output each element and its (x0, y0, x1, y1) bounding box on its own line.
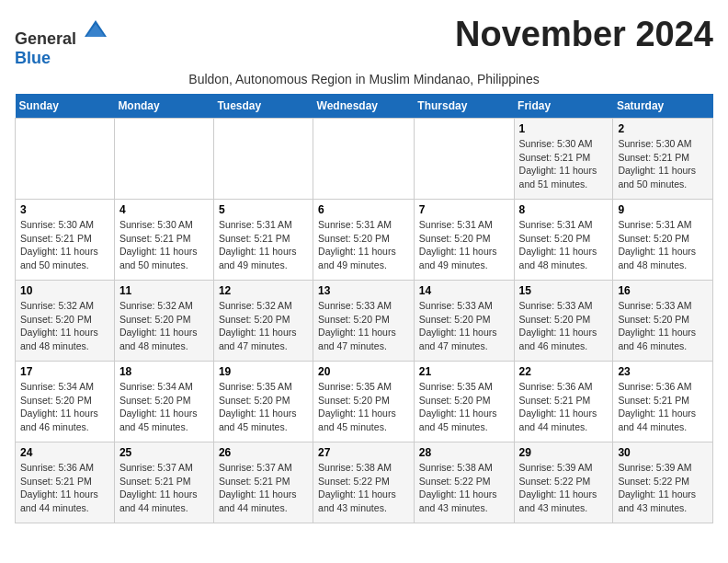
day-number: 14 (419, 284, 509, 297)
header-wednesday: Wednesday (313, 94, 415, 119)
day-cell: 16Sunrise: 5:33 AM Sunset: 5:20 PM Dayli… (613, 281, 713, 362)
week-row-4: 17Sunrise: 5:34 AM Sunset: 5:20 PM Dayli… (16, 362, 713, 442)
day-info: Sunrise: 5:31 AM Sunset: 5:20 PM Dayligh… (519, 218, 609, 272)
day-info: Sunrise: 5:36 AM Sunset: 5:21 PM Dayligh… (20, 461, 109, 515)
day-cell: 23Sunrise: 5:36 AM Sunset: 5:21 PM Dayli… (613, 362, 713, 442)
day-info: Sunrise: 5:31 AM Sunset: 5:21 PM Dayligh… (219, 218, 308, 272)
month-title: November 2024 (455, 15, 713, 54)
day-cell: 14Sunrise: 5:33 AM Sunset: 5:20 PM Dayli… (414, 281, 514, 362)
day-number: 3 (20, 203, 109, 216)
day-info: Sunrise: 5:30 AM Sunset: 5:21 PM Dayligh… (618, 137, 708, 191)
day-cell: 22Sunrise: 5:36 AM Sunset: 5:21 PM Dayli… (514, 362, 613, 442)
week-row-5: 24Sunrise: 5:36 AM Sunset: 5:21 PM Dayli… (16, 442, 713, 523)
day-number: 9 (618, 203, 708, 216)
day-cell: 1Sunrise: 5:30 AM Sunset: 5:21 PM Daylig… (514, 119, 613, 200)
day-cell: 3Sunrise: 5:30 AM Sunset: 5:21 PM Daylig… (16, 200, 115, 281)
week-row-3: 10Sunrise: 5:32 AM Sunset: 5:20 PM Dayli… (16, 281, 713, 362)
day-info: Sunrise: 5:34 AM Sunset: 5:20 PM Dayligh… (20, 380, 109, 434)
header-monday: Monday (114, 94, 213, 119)
day-info: Sunrise: 5:32 AM Sunset: 5:20 PM Dayligh… (219, 299, 308, 353)
logo-general: General (15, 29, 76, 48)
header-thursday: Thursday (414, 94, 514, 119)
day-cell: 18Sunrise: 5:34 AM Sunset: 5:20 PM Dayli… (114, 362, 213, 442)
day-number: 4 (119, 203, 209, 216)
day-info: Sunrise: 5:38 AM Sunset: 5:22 PM Dayligh… (419, 461, 509, 515)
day-info: Sunrise: 5:39 AM Sunset: 5:22 PM Dayligh… (519, 461, 609, 515)
day-number: 10 (20, 284, 109, 297)
header-saturday: Saturday (613, 94, 713, 119)
day-info: Sunrise: 5:30 AM Sunset: 5:21 PM Dayligh… (519, 137, 609, 191)
day-cell: 11Sunrise: 5:32 AM Sunset: 5:20 PM Dayli… (114, 281, 213, 362)
day-cell: 17Sunrise: 5:34 AM Sunset: 5:20 PM Dayli… (16, 362, 115, 442)
day-info: Sunrise: 5:31 AM Sunset: 5:20 PM Dayligh… (618, 218, 708, 272)
day-number: 28 (419, 446, 509, 459)
day-info: Sunrise: 5:33 AM Sunset: 5:20 PM Dayligh… (419, 299, 509, 353)
day-number: 7 (419, 203, 509, 216)
day-cell (16, 119, 115, 200)
day-cell: 30Sunrise: 5:39 AM Sunset: 5:22 PM Dayli… (613, 442, 713, 523)
day-number: 29 (519, 446, 609, 459)
day-cell: 4Sunrise: 5:30 AM Sunset: 5:21 PM Daylig… (114, 200, 213, 281)
day-cell: 9Sunrise: 5:31 AM Sunset: 5:20 PM Daylig… (613, 200, 713, 281)
week-row-1: 1Sunrise: 5:30 AM Sunset: 5:21 PM Daylig… (16, 119, 713, 200)
logo-text: General Blue (15, 18, 108, 68)
day-info: Sunrise: 5:39 AM Sunset: 5:22 PM Dayligh… (618, 461, 708, 515)
day-cell: 29Sunrise: 5:39 AM Sunset: 5:22 PM Dayli… (514, 442, 613, 523)
day-number: 12 (219, 284, 308, 297)
day-cell: 19Sunrise: 5:35 AM Sunset: 5:20 PM Dayli… (213, 362, 313, 442)
day-cell: 2Sunrise: 5:30 AM Sunset: 5:21 PM Daylig… (613, 119, 713, 200)
day-info: Sunrise: 5:32 AM Sunset: 5:20 PM Dayligh… (20, 299, 109, 353)
day-number: 22 (519, 365, 609, 378)
day-info: Sunrise: 5:37 AM Sunset: 5:21 PM Dayligh… (219, 461, 308, 515)
day-cell: 6Sunrise: 5:31 AM Sunset: 5:20 PM Daylig… (313, 200, 415, 281)
day-cell: 26Sunrise: 5:37 AM Sunset: 5:21 PM Dayli… (213, 442, 313, 523)
week-row-2: 3Sunrise: 5:30 AM Sunset: 5:21 PM Daylig… (16, 200, 713, 281)
day-number: 19 (219, 365, 308, 378)
day-cell: 28Sunrise: 5:38 AM Sunset: 5:22 PM Dayli… (414, 442, 514, 523)
day-number: 26 (219, 446, 308, 459)
header-friday: Friday (514, 94, 613, 119)
day-info: Sunrise: 5:32 AM Sunset: 5:20 PM Dayligh… (119, 299, 209, 353)
subtitle: Buldon, Autonomous Region in Muslim Mind… (15, 72, 713, 86)
day-number: 5 (219, 203, 308, 216)
day-info: Sunrise: 5:31 AM Sunset: 5:20 PM Dayligh… (419, 218, 509, 272)
day-number: 13 (318, 284, 409, 297)
day-info: Sunrise: 5:35 AM Sunset: 5:20 PM Dayligh… (419, 380, 509, 434)
day-info: Sunrise: 5:35 AM Sunset: 5:20 PM Dayligh… (318, 380, 409, 434)
day-cell: 5Sunrise: 5:31 AM Sunset: 5:21 PM Daylig… (213, 200, 313, 281)
day-number: 30 (618, 446, 708, 459)
day-number: 15 (519, 284, 609, 297)
day-cell: 24Sunrise: 5:36 AM Sunset: 5:21 PM Dayli… (16, 442, 115, 523)
day-cell: 8Sunrise: 5:31 AM Sunset: 5:20 PM Daylig… (514, 200, 613, 281)
calendar-table: SundayMondayTuesdayWednesdayThursdayFrid… (15, 94, 713, 523)
day-number: 6 (318, 203, 409, 216)
logo-blue: Blue (15, 49, 51, 67)
day-cell: 21Sunrise: 5:35 AM Sunset: 5:20 PM Dayli… (414, 362, 514, 442)
day-info: Sunrise: 5:36 AM Sunset: 5:21 PM Dayligh… (618, 380, 708, 434)
day-cell (313, 119, 415, 200)
day-info: Sunrise: 5:31 AM Sunset: 5:20 PM Dayligh… (318, 218, 409, 272)
logo: General Blue (15, 18, 108, 68)
day-info: Sunrise: 5:34 AM Sunset: 5:20 PM Dayligh… (119, 380, 209, 434)
day-cell: 25Sunrise: 5:37 AM Sunset: 5:21 PM Dayli… (114, 442, 213, 523)
day-number: 18 (119, 365, 209, 378)
day-info: Sunrise: 5:33 AM Sunset: 5:20 PM Dayligh… (618, 299, 708, 353)
header-tuesday: Tuesday (213, 94, 313, 119)
day-cell: 7Sunrise: 5:31 AM Sunset: 5:20 PM Daylig… (414, 200, 514, 281)
day-cell (213, 119, 313, 200)
day-cell (414, 119, 514, 200)
day-cell (114, 119, 213, 200)
day-cell: 13Sunrise: 5:33 AM Sunset: 5:20 PM Dayli… (313, 281, 415, 362)
day-number: 1 (519, 122, 609, 135)
day-number: 24 (20, 446, 109, 459)
day-info: Sunrise: 5:36 AM Sunset: 5:21 PM Dayligh… (519, 380, 609, 434)
day-info: Sunrise: 5:33 AM Sunset: 5:20 PM Dayligh… (519, 299, 609, 353)
day-cell: 27Sunrise: 5:38 AM Sunset: 5:22 PM Dayli… (313, 442, 415, 523)
day-cell: 15Sunrise: 5:33 AM Sunset: 5:20 PM Dayli… (514, 281, 613, 362)
day-cell: 20Sunrise: 5:35 AM Sunset: 5:20 PM Dayli… (313, 362, 415, 442)
day-number: 25 (119, 446, 209, 459)
day-number: 8 (519, 203, 609, 216)
calendar-header-row: SundayMondayTuesdayWednesdayThursdayFrid… (16, 94, 713, 119)
day-number: 17 (20, 365, 109, 378)
logo-icon (83, 18, 108, 44)
